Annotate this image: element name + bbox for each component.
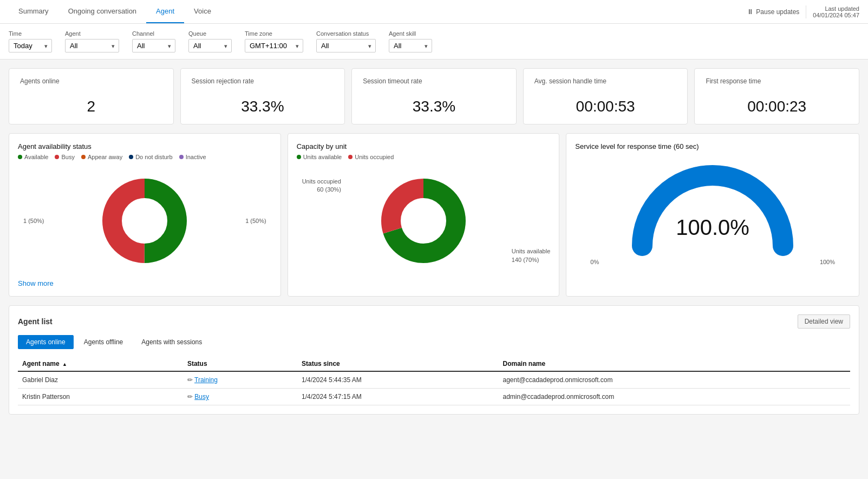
col-status-since: Status since: [297, 357, 498, 371]
metric-session-timeout-title: Session timeout rate: [363, 77, 505, 85]
filter-queue-select[interactable]: All: [188, 39, 232, 53]
status-link-0[interactable]: Training: [194, 376, 218, 384]
gauge-labels: 0% 100%: [575, 259, 850, 265]
filter-agent-skill-label: Agent skill: [389, 30, 432, 37]
show-more-button[interactable]: Show more: [18, 279, 272, 287]
charts-row: Agent availability status Available Busy…: [9, 133, 859, 297]
legend-inactive-label: Inactive: [186, 154, 206, 160]
metric-session-rejection: Session rejection rate 33.3%: [180, 68, 345, 124]
agent-list-title: Agent list: [18, 317, 53, 326]
availability-donut-svg: [96, 172, 193, 270]
edit-status-icon-1[interactable]: ✏: [187, 393, 193, 401]
metric-session-rejection-value: 33.3%: [192, 98, 334, 115]
gauge-min-label: 0%: [590, 259, 599, 265]
agent-table-header-row: Agent name ▲ Status Status since Domain …: [18, 357, 850, 371]
agent-tab-offline[interactable]: Agents offline: [76, 335, 132, 349]
filter-channel: Channel All: [132, 30, 175, 53]
gauge-max-label: 100%: [820, 259, 835, 265]
legend-dnd-dot: [129, 155, 133, 159]
filters-bar: Time Today Agent All Channel All Queue A…: [0, 24, 868, 60]
legend-inactive: Inactive: [179, 154, 206, 160]
nav-right: ⏸ Pause updates Last updated 04/01/2024 …: [747, 5, 859, 18]
last-updated-label: Last updated: [813, 5, 859, 12]
metric-first-response-title: First response time: [706, 77, 848, 85]
agent-status-since-cell: 1/4/2024 5:44:35 AM: [297, 371, 498, 389]
filter-queue-label: Queue: [188, 30, 232, 37]
filter-agent-label: Agent: [65, 30, 119, 37]
nav-tabs: Summary Ongoing conversation Agent Voice: [9, 0, 221, 23]
capacity-available-label-text: Units available140 (70%): [512, 248, 551, 263]
edit-status-icon-0[interactable]: ✏: [187, 376, 193, 384]
agent-tabs: Agents online Agents offline Agents with…: [18, 335, 850, 349]
capacity-available-label: Units available140 (70%): [512, 247, 551, 264]
filter-timezone-select[interactable]: GMT+11:00: [245, 39, 303, 53]
legend-appear-away: Appear away: [81, 154, 122, 160]
metric-agents-online: Agents online 2: [9, 68, 174, 124]
filter-time-select[interactable]: Today: [9, 39, 52, 53]
gauge-svg: 100.0%: [631, 165, 794, 257]
agent-table-body: Gabriel Diaz ✏ Training 1/4/2024 5:44:35…: [18, 371, 850, 405]
tab-ongoing[interactable]: Ongoing conversation: [58, 0, 146, 23]
agent-tab-online[interactable]: Agents online: [18, 335, 74, 349]
filter-conv-status-label: Conversation status: [316, 30, 376, 37]
legend-busy-label: Busy: [61, 154, 74, 160]
capacity-chart-title: Capacity by unit: [297, 142, 551, 150]
capacity-legend-occupied-dot: [348, 155, 353, 159]
capacity-legend-available-dot: [297, 155, 301, 159]
availability-legend: Available Busy Appear away Do not distur…: [18, 154, 272, 160]
filter-timezone: Time zone GMT+11:00: [245, 30, 303, 53]
tab-agent[interactable]: Agent: [146, 0, 184, 23]
pause-label: Pause updates: [756, 8, 799, 16]
service-level-title: Service level for response time (60 sec): [575, 142, 850, 150]
svg-point-2: [123, 199, 166, 242]
availability-donut: 1 (50%) 1 (50%): [18, 167, 272, 275]
sort-agent-name-icon[interactable]: ▲: [62, 362, 67, 367]
capacity-legend-available-label: Units available: [303, 154, 342, 160]
availability-chart-card: Agent availability status Available Busy…: [9, 133, 281, 297]
legend-available: Available: [18, 154, 48, 160]
metric-first-response-value: 00:00:23: [706, 98, 848, 115]
legend-busy-dot: [55, 155, 59, 159]
filter-agent-skill: Agent skill All: [389, 30, 432, 53]
capacity-occupied-label-text: Units occupied60 (30%): [302, 178, 341, 193]
capacity-chart-card: Capacity by unit Units available Units o…: [288, 133, 560, 297]
legend-do-not-disturb: Do not disturb: [129, 154, 172, 160]
legend-inactive-dot: [179, 155, 184, 159]
service-level-chart-card: Service level for response time (60 sec)…: [566, 133, 859, 297]
last-updated-value: 04/01/2024 05:47: [813, 12, 859, 18]
agent-name-cell: Gabriel Diaz: [18, 371, 183, 389]
pause-icon: ⏸: [747, 8, 754, 16]
capacity-legend-occupied: Units occupied: [348, 154, 394, 160]
agent-domain-cell: admin@ccadadeprod.onmicrosoft.com: [499, 389, 850, 405]
metric-avg-handle-time-title: Avg. session handle time: [534, 77, 677, 85]
gauge-wrapper: 100.0% 0% 100%: [575, 154, 850, 265]
metric-session-timeout-value: 33.3%: [363, 98, 505, 115]
tab-voice[interactable]: Voice: [184, 0, 221, 23]
col-agent-name: Agent name ▲: [18, 357, 183, 371]
gauge-svg-container: 100.0%: [575, 165, 850, 257]
status-link-1[interactable]: Busy: [194, 393, 209, 401]
tab-summary[interactable]: Summary: [9, 0, 58, 23]
legend-available-label: Available: [24, 154, 48, 160]
filter-channel-select[interactable]: All: [132, 39, 175, 53]
filter-agent-skill-select[interactable]: All: [389, 39, 432, 53]
filter-agent-wrapper: All: [65, 39, 119, 53]
legend-appear-away-label: Appear away: [88, 154, 122, 160]
filter-channel-label: Channel: [132, 30, 175, 37]
filter-conv-status-select[interactable]: All: [316, 39, 376, 53]
agent-status-cell: ✏ Training: [183, 371, 297, 389]
capacity-donut: Units occupied60 (30%) Units available14…: [297, 167, 551, 275]
agent-tab-with-sessions[interactable]: Agents with sessions: [133, 335, 210, 349]
filter-agent-select[interactable]: All: [65, 39, 119, 53]
pause-updates-button[interactable]: ⏸ Pause updates: [747, 8, 799, 16]
capacity-occupied-label: Units occupied60 (30%): [302, 178, 341, 194]
svg-point-5: [402, 199, 445, 242]
metric-avg-handle-time-value: 00:00:53: [534, 98, 677, 115]
metric-cards-row: Agents online 2 Session rejection rate 3…: [9, 68, 859, 124]
svg-text:100.0%: 100.0%: [676, 215, 749, 239]
detailed-view-button[interactable]: Detailed view: [798, 314, 850, 329]
capacity-legend: Units available Units occupied: [297, 154, 551, 160]
donut-left-label: 1 (50%): [23, 218, 44, 224]
top-navigation: Summary Ongoing conversation Agent Voice…: [0, 0, 868, 24]
agent-status-since-cell: 1/4/2024 5:47:15 AM: [297, 389, 498, 405]
